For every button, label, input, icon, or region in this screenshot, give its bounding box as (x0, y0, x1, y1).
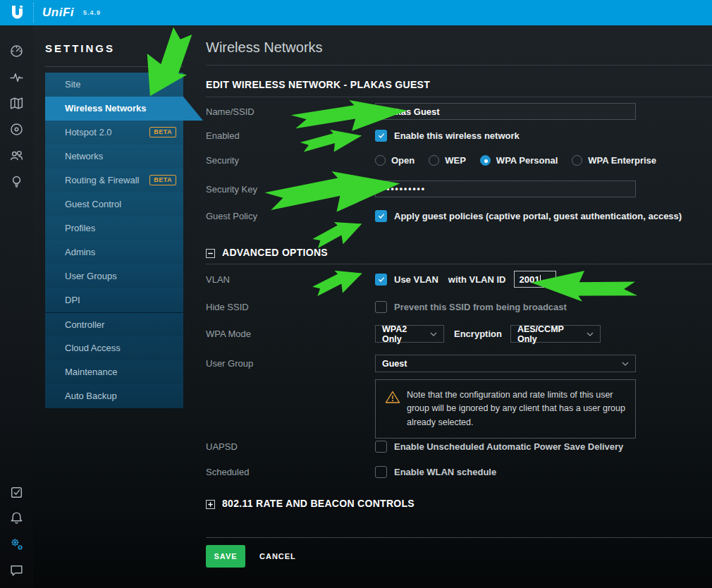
topbar-divider (33, 3, 34, 23)
scheduled-row: Scheduled Enable WLAN schedule (206, 466, 496, 478)
sidebar-item-maintenance[interactable]: Maintenance (45, 360, 183, 384)
chevron-down-icon (424, 332, 437, 336)
sidebar-item-cloud-access[interactable]: Cloud Access (45, 336, 183, 360)
security-option-label: WPA Enterprise (588, 155, 656, 166)
text-cursor (540, 275, 541, 284)
scheduled-checkbox-label: Enable WLAN schedule (394, 467, 496, 477)
security-key-input[interactable]: •••••••••• (375, 180, 636, 197)
settings-sidebar: SETTINGS Site Wireless Networks Hotspot … (33, 25, 206, 588)
user-group-dropdown[interactable]: Guest (375, 355, 636, 372)
uapsd-checkbox[interactable] (375, 441, 387, 453)
collapse-minus-icon[interactable] (206, 248, 215, 257)
vlan-id-label: with VLAN ID (448, 274, 506, 285)
wpa-mode-value: WPA2 Only (382, 324, 424, 344)
user-group-row: User Group Guest (206, 355, 636, 372)
security-radio-open[interactable] (375, 155, 386, 166)
ubiquiti-logo-icon[interactable] (8, 4, 26, 22)
chat-icon[interactable] (9, 563, 24, 577)
divider (206, 97, 712, 97)
security-label: Security (206, 155, 375, 166)
user-group-value: Guest (382, 359, 407, 369)
advanced-options-header[interactable]: ADVANCED OPTIONS (206, 247, 328, 258)
enabled-row: Enabled Enable this wireless network (206, 130, 520, 142)
beta-badge: BETA (149, 175, 176, 185)
guest-policy-checkbox-label: Apply guest policies (captive portal, gu… (394, 211, 682, 221)
page-title: Wireless Networks (206, 39, 323, 56)
version-label: 5.4.9 (83, 9, 101, 16)
sidebar-item-admins[interactable]: Admins (45, 240, 183, 264)
insights-icon[interactable] (9, 174, 24, 189)
security-option-label: WEP (445, 155, 466, 166)
sidebar-item-label: Routing & Firewall (65, 175, 140, 185)
hide-ssid-label: Hide SSID (206, 302, 375, 312)
devices-icon[interactable] (9, 122, 24, 137)
expand-plus-icon[interactable] (206, 499, 215, 508)
main-content: Wireless Networks EDIT WIRELESS NETWORK … (206, 25, 712, 588)
enabled-label: Enabled (206, 130, 375, 141)
beta-badge: BETA (149, 127, 176, 137)
security-key-value: •••••••••• (382, 184, 426, 194)
sidebar-item-profiles[interactable]: Profiles (45, 216, 183, 240)
chevron-down-icon (616, 362, 629, 366)
save-button[interactable]: SAVE (206, 545, 245, 568)
note-text: Note that the configuration and rate lim… (407, 390, 625, 427)
settings-menu: Site Wireless Networks Hotspot 2.0BETA N… (45, 73, 203, 408)
hide-ssid-row: Hide SSID Prevent this SSID from being b… (206, 301, 567, 313)
vlan-id-input[interactable]: 2001 (514, 271, 556, 288)
security-row: Security Open WEP WPA Personal WPA Enter… (206, 155, 670, 166)
sidebar-item-label: Hotspot 2.0 (65, 127, 112, 137)
advanced-options-title: ADVANCED OPTIONS (222, 247, 328, 258)
guest-policy-label: Guest Policy (206, 211, 375, 221)
map-icon[interactable] (9, 96, 24, 111)
sidebar-item-site[interactable]: Site (45, 73, 183, 97)
uapsd-label: UAPSD (206, 441, 375, 452)
alerts-icon[interactable] (9, 510, 24, 525)
scheduled-checkbox[interactable] (375, 466, 387, 478)
wpa-mode-dropdown[interactable]: WPA2 Only (375, 325, 444, 343)
guest-policy-row: Guest Policy Apply guest policies (capti… (206, 210, 682, 222)
sidebar-item-dpi[interactable]: DPI (45, 288, 183, 312)
sidebar-item-auto-backup[interactable]: Auto Backup (45, 384, 183, 408)
vlan-checkbox-label: Use VLAN (394, 274, 438, 285)
dashboard-icon[interactable] (9, 44, 24, 59)
sidebar-item-controller[interactable]: Controller (45, 312, 183, 336)
vlan-checkbox[interactable] (375, 274, 387, 286)
encryption-label: Encryption (454, 329, 502, 339)
enabled-checkbox[interactable] (375, 130, 387, 142)
sidebar-item-user-groups[interactable]: User Groups (45, 264, 183, 288)
security-radio-wpa-enterprise[interactable] (572, 155, 582, 166)
divider (206, 264, 712, 264)
settings-icon[interactable] (9, 537, 24, 551)
chevron-down-icon (581, 332, 594, 336)
guest-policy-checkbox[interactable] (375, 210, 387, 222)
hide-ssid-checkbox[interactable] (375, 301, 387, 313)
hide-ssid-checkbox-label: Prevent this SSID from being broadcast (394, 302, 567, 312)
edit-network-header: EDIT WIRELESS NETWORK - PLAKAS GUEST (206, 79, 430, 90)
security-radio-wep[interactable] (429, 155, 439, 166)
statistics-icon[interactable] (9, 70, 24, 85)
sidebar-item-guest-control[interactable]: Guest Control (45, 192, 183, 216)
events-icon[interactable] (9, 485, 24, 500)
divider (206, 65, 712, 66)
divider (206, 537, 712, 538)
name-ssid-label: Name/SSID (206, 106, 375, 117)
unifi-brand: UniFi (42, 6, 74, 20)
sidebar-item-wireless-networks[interactable]: Wireless Networks (45, 97, 203, 121)
clients-icon[interactable] (9, 148, 24, 163)
form-actions: SAVE CANCEL (206, 545, 417, 568)
sidebar-item-routing-firewall[interactable]: Routing & FirewallBETA (45, 169, 183, 192)
security-radio-wpa-personal[interactable] (480, 155, 491, 166)
security-option-label: Open (391, 155, 415, 166)
sidebar-item-networks[interactable]: Networks (45, 145, 183, 169)
rate-beacon-title: 802.11 RATE AND BEACON CONTROLS (222, 498, 415, 509)
uapsd-checkbox-label: Enable Unscheduled Automatic Power Save … (394, 441, 623, 452)
encryption-value: AES/CCMP Only (517, 324, 581, 344)
vlan-row: VLAN Use VLAN with VLAN ID 2001 (206, 271, 556, 288)
security-key-label: Security Key (206, 184, 375, 195)
security-option-label: WPA Personal (496, 155, 558, 166)
encryption-dropdown[interactable]: AES/CCMP Only (510, 325, 601, 343)
cancel-button[interactable]: CANCEL (259, 545, 296, 568)
sidebar-item-hotspot[interactable]: Hotspot 2.0BETA (45, 121, 183, 145)
rate-beacon-header[interactable]: 802.11 RATE AND BEACON CONTROLS (206, 498, 415, 509)
name-ssid-input[interactable]: Plakas Guest (375, 103, 636, 120)
